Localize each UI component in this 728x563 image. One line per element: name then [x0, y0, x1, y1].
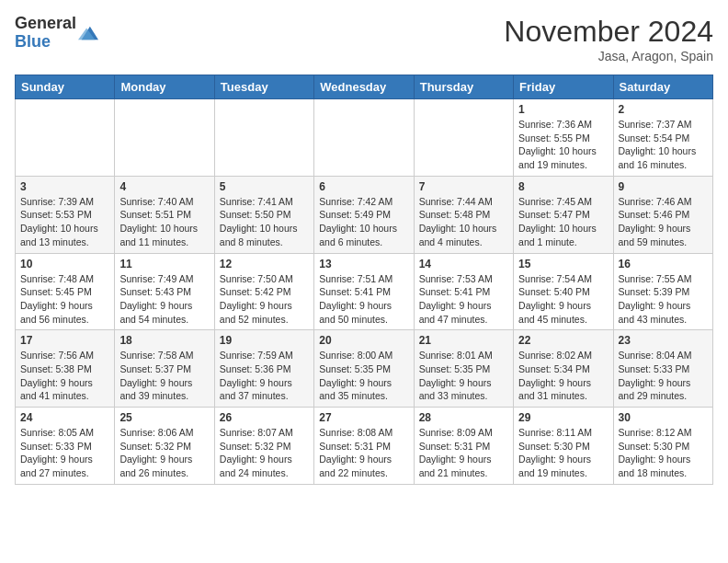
day-number: 26	[220, 411, 309, 424]
day-info: Sunrise: 7:59 AM Sunset: 5:36 PM Dayligh…	[220, 349, 309, 403]
calendar-cell: 14Sunrise: 7:53 AM Sunset: 5:41 PM Dayli…	[414, 253, 513, 330]
day-number: 9	[619, 180, 708, 193]
calendar-cell	[214, 99, 313, 177]
day-number: 28	[419, 411, 508, 424]
calendar-cell: 1Sunrise: 7:36 AM Sunset: 5:55 PM Daylig…	[514, 99, 613, 177]
weekday-header-saturday: Saturday	[613, 75, 712, 99]
day-number: 29	[518, 411, 608, 424]
day-info: Sunrise: 7:45 AM Sunset: 5:47 PM Dayligh…	[518, 195, 608, 249]
month-title: November 2024	[504, 15, 713, 49]
weekday-header-thursday: Thursday	[414, 75, 513, 99]
calendar-cell: 23Sunrise: 8:04 AM Sunset: 5:33 PM Dayli…	[613, 330, 712, 408]
calendar-cell: 29Sunrise: 8:11 AM Sunset: 5:30 PM Dayli…	[514, 408, 613, 485]
day-info: Sunrise: 7:44 AM Sunset: 5:48 PM Dayligh…	[419, 195, 508, 249]
calendar-cell	[115, 99, 214, 177]
calendar-cell: 20Sunrise: 8:00 AM Sunset: 5:35 PM Dayli…	[314, 330, 414, 408]
day-number: 14	[419, 258, 508, 270]
weekday-header-sunday: Sunday	[16, 75, 115, 99]
calendar-cell: 25Sunrise: 8:06 AM Sunset: 5:32 PM Dayli…	[115, 408, 214, 485]
calendar-cell: 18Sunrise: 7:58 AM Sunset: 5:37 PM Dayli…	[115, 330, 214, 408]
calendar-cell: 5Sunrise: 7:41 AM Sunset: 5:50 PM Daylig…	[214, 176, 313, 253]
calendar-cell: 9Sunrise: 7:46 AM Sunset: 5:46 PM Daylig…	[613, 176, 712, 253]
logo: General Blue	[15, 15, 98, 52]
day-number: 19	[220, 334, 309, 347]
day-number: 5	[220, 180, 309, 193]
logo-blue: Blue	[15, 32, 51, 51]
day-number: 6	[319, 180, 408, 193]
weekday-header-friday: Friday	[514, 75, 613, 99]
calendar-cell: 3Sunrise: 7:39 AM Sunset: 5:53 PM Daylig…	[16, 176, 115, 253]
day-info: Sunrise: 8:05 AM Sunset: 5:33 PM Dayligh…	[20, 426, 109, 480]
day-number: 21	[419, 334, 508, 347]
calendar-cell	[16, 99, 115, 177]
day-number: 12	[220, 258, 309, 270]
day-info: Sunrise: 8:06 AM Sunset: 5:32 PM Dayligh…	[119, 426, 209, 480]
day-number: 23	[619, 334, 708, 347]
day-info: Sunrise: 7:58 AM Sunset: 5:37 PM Dayligh…	[119, 349, 209, 403]
day-number: 2	[619, 103, 708, 116]
calendar-cell: 4Sunrise: 7:40 AM Sunset: 5:51 PM Daylig…	[115, 176, 214, 253]
day-info: Sunrise: 7:53 AM Sunset: 5:41 PM Dayligh…	[419, 272, 508, 327]
calendar-cell: 2Sunrise: 7:37 AM Sunset: 5:54 PM Daylig…	[613, 99, 712, 177]
day-info: Sunrise: 8:02 AM Sunset: 5:34 PM Dayligh…	[518, 349, 608, 403]
day-info: Sunrise: 7:42 AM Sunset: 5:49 PM Dayligh…	[319, 195, 408, 249]
calendar-cell: 26Sunrise: 8:07 AM Sunset: 5:32 PM Dayli…	[214, 408, 313, 485]
day-number: 20	[319, 334, 408, 347]
day-info: Sunrise: 8:00 AM Sunset: 5:35 PM Dayligh…	[319, 349, 408, 403]
calendar-cell	[414, 99, 513, 177]
calendar-week-row: 24Sunrise: 8:05 AM Sunset: 5:33 PM Dayli…	[16, 408, 713, 485]
day-info: Sunrise: 8:01 AM Sunset: 5:35 PM Dayligh…	[419, 349, 508, 403]
day-number: 17	[20, 334, 109, 347]
day-number: 8	[518, 180, 608, 193]
day-number: 4	[119, 180, 209, 193]
calendar-cell: 8Sunrise: 7:45 AM Sunset: 5:47 PM Daylig…	[514, 176, 613, 253]
weekday-header-tuesday: Tuesday	[214, 75, 313, 99]
day-info: Sunrise: 7:54 AM Sunset: 5:40 PM Dayligh…	[518, 272, 608, 327]
calendar-cell	[314, 99, 414, 177]
day-info: Sunrise: 8:11 AM Sunset: 5:30 PM Dayligh…	[518, 426, 608, 480]
day-number: 15	[518, 258, 608, 270]
logo-general: General	[15, 14, 76, 32]
day-info: Sunrise: 8:07 AM Sunset: 5:32 PM Dayligh…	[220, 426, 309, 480]
day-info: Sunrise: 7:50 AM Sunset: 5:42 PM Dayligh…	[220, 272, 309, 327]
day-number: 27	[319, 411, 408, 424]
calendar-cell: 11Sunrise: 7:49 AM Sunset: 5:43 PM Dayli…	[115, 253, 214, 330]
page-header: General Blue November 2024 Jasa, Aragon,…	[15, 15, 713, 63]
day-info: Sunrise: 7:48 AM Sunset: 5:45 PM Dayligh…	[20, 272, 109, 327]
calendar-week-row: 17Sunrise: 7:56 AM Sunset: 5:38 PM Dayli…	[16, 330, 713, 408]
day-info: Sunrise: 7:49 AM Sunset: 5:43 PM Dayligh…	[119, 272, 209, 327]
calendar-cell: 7Sunrise: 7:44 AM Sunset: 5:48 PM Daylig…	[414, 176, 513, 253]
day-info: Sunrise: 8:08 AM Sunset: 5:31 PM Dayligh…	[319, 426, 408, 480]
calendar-week-row: 10Sunrise: 7:48 AM Sunset: 5:45 PM Dayli…	[16, 253, 713, 330]
day-info: Sunrise: 7:37 AM Sunset: 5:54 PM Dayligh…	[619, 118, 708, 172]
day-info: Sunrise: 8:12 AM Sunset: 5:30 PM Dayligh…	[619, 426, 708, 480]
calendar-cell: 13Sunrise: 7:51 AM Sunset: 5:41 PM Dayli…	[314, 253, 414, 330]
calendar-cell: 21Sunrise: 8:01 AM Sunset: 5:35 PM Dayli…	[414, 330, 513, 408]
day-info: Sunrise: 7:46 AM Sunset: 5:46 PM Dayligh…	[619, 195, 708, 249]
day-info: Sunrise: 7:55 AM Sunset: 5:39 PM Dayligh…	[619, 272, 708, 327]
calendar-cell: 17Sunrise: 7:56 AM Sunset: 5:38 PM Dayli…	[16, 330, 115, 408]
day-info: Sunrise: 7:40 AM Sunset: 5:51 PM Dayligh…	[119, 195, 209, 249]
day-number: 24	[20, 411, 109, 424]
calendar-week-row: 1Sunrise: 7:36 AM Sunset: 5:55 PM Daylig…	[16, 99, 713, 177]
day-number: 16	[619, 258, 708, 270]
weekday-header-row: SundayMondayTuesdayWednesdayThursdayFrid…	[16, 75, 713, 99]
day-number: 25	[119, 411, 209, 424]
calendar-cell: 30Sunrise: 8:12 AM Sunset: 5:30 PM Dayli…	[613, 408, 712, 485]
day-number: 3	[20, 180, 109, 193]
calendar-cell: 28Sunrise: 8:09 AM Sunset: 5:31 PM Dayli…	[414, 408, 513, 485]
day-info: Sunrise: 8:04 AM Sunset: 5:33 PM Dayligh…	[619, 349, 708, 403]
calendar-cell: 22Sunrise: 8:02 AM Sunset: 5:34 PM Dayli…	[514, 330, 613, 408]
weekday-header-monday: Monday	[115, 75, 214, 99]
calendar-cell: 6Sunrise: 7:42 AM Sunset: 5:49 PM Daylig…	[314, 176, 414, 253]
logo-icon	[78, 23, 98, 43]
calendar-cell: 10Sunrise: 7:48 AM Sunset: 5:45 PM Dayli…	[16, 253, 115, 330]
weekday-header-wednesday: Wednesday	[314, 75, 414, 99]
calendar-week-row: 3Sunrise: 7:39 AM Sunset: 5:53 PM Daylig…	[16, 176, 713, 253]
day-number: 10	[20, 258, 109, 270]
day-info: Sunrise: 8:09 AM Sunset: 5:31 PM Dayligh…	[419, 426, 508, 480]
calendar-cell: 19Sunrise: 7:59 AM Sunset: 5:36 PM Dayli…	[214, 330, 313, 408]
day-number: 11	[119, 258, 209, 270]
location: Jasa, Aragon, Spain	[504, 49, 713, 63]
calendar-cell: 12Sunrise: 7:50 AM Sunset: 5:42 PM Dayli…	[214, 253, 313, 330]
